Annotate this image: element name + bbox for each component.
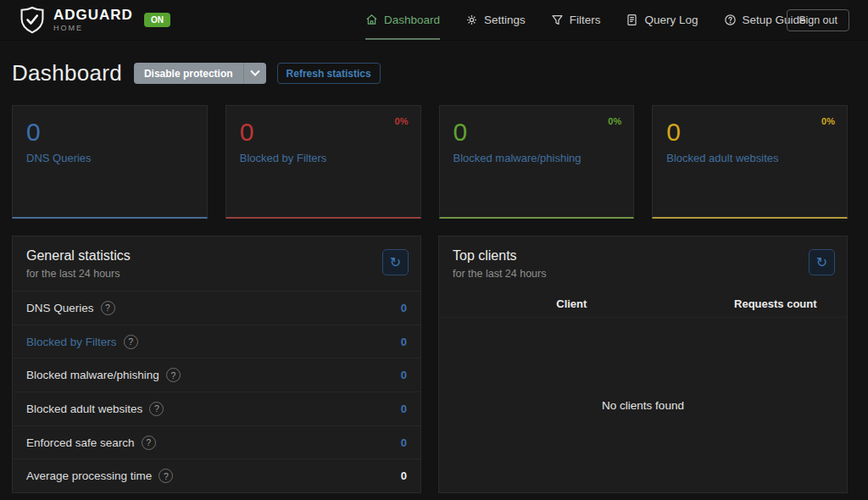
stats-row-blocked-malware: Blocked malware/phishing ? 0 <box>13 358 420 392</box>
empty-state-message: No clients found <box>602 399 684 412</box>
stat-label-link[interactable]: Blocked by Filters <box>240 152 407 164</box>
stat-value: 0 <box>240 118 407 146</box>
row-value: 0 <box>401 302 407 314</box>
stat-percent: 0% <box>608 116 621 126</box>
stat-value: 0 <box>453 118 620 146</box>
row-value: 0 <box>401 403 407 415</box>
row-label: DNS Queries <box>26 302 94 314</box>
top-clients-panel: Top clients for the last 24 hours ↻ Clie… <box>438 236 848 493</box>
panel-title: General statistics <box>26 248 407 264</box>
nav-item-label: Query Log <box>644 14 698 26</box>
row-value: 0 <box>401 436 407 449</box>
help-icon[interactable]: ? <box>166 368 181 382</box>
nav-item-label: Settings <box>484 14 526 26</box>
stat-card-blocked-adult: 0 Blocked adult websites 0% <box>652 105 848 219</box>
stat-value: 0 <box>666 118 833 146</box>
refresh-panel-button[interactable]: ↻ <box>809 249 835 275</box>
help-circle-icon <box>724 14 737 26</box>
help-icon[interactable]: ? <box>142 436 156 450</box>
statistics-list: DNS Queries ? 0 Blocked by Filters ? 0 B… <box>13 291 420 492</box>
stat-card-dns-queries: 0 DNS Queries <box>12 105 208 219</box>
row-label: Average processing time <box>26 469 152 482</box>
row-label: Enforced safe search <box>26 436 135 449</box>
page-header: Dashboard Disable protection Refresh sta… <box>12 60 848 86</box>
row-label: Blocked malware/phishing <box>26 369 159 381</box>
refresh-icon: ↻ <box>816 256 827 269</box>
nav-item-dashboard[interactable]: Dashboard <box>365 0 440 40</box>
filter-icon <box>551 14 564 26</box>
disable-protection-button[interactable]: Disable protection <box>134 63 266 84</box>
panel-subtitle: for the last 24 hours <box>453 268 833 280</box>
lower-panels-row: General statistics for the last 24 hours… <box>12 236 848 493</box>
nav-item-query-log[interactable]: Query Log <box>626 0 698 40</box>
stat-card-blocked-malware: 0 Blocked malware/phishing 0% <box>439 105 635 219</box>
column-header-requests-count: Requests count <box>704 297 847 310</box>
row-value: 0 <box>401 469 407 482</box>
panel-subtitle: for the last 24 hours <box>26 268 407 280</box>
help-icon[interactable]: ? <box>124 335 138 349</box>
stat-label-link[interactable]: Blocked malware/phishing <box>453 152 620 164</box>
nav-item-filters[interactable]: Filters <box>551 0 601 40</box>
stats-row-blocked-by-filters: Blocked by Filters ? 0 <box>13 325 420 358</box>
panel-header: Top clients for the last 24 hours ↻ <box>439 236 847 291</box>
stats-row-dns-queries: DNS Queries ? 0 <box>13 291 420 325</box>
clients-table-header: Client Requests count <box>439 291 847 318</box>
row-value: 0 <box>401 336 407 348</box>
help-icon[interactable]: ? <box>149 402 164 416</box>
main-content: Dashboard Disable protection Refresh sta… <box>0 60 868 493</box>
sign-out-button[interactable]: Sign out <box>787 9 849 31</box>
nav-item-label: Dashboard <box>384 14 440 26</box>
general-statistics-panel: General statistics for the last 24 hours… <box>12 236 421 493</box>
column-header-client: Client <box>439 297 704 310</box>
nav-item-label: Filters <box>570 14 601 26</box>
shield-logo-icon <box>19 6 46 35</box>
stats-row-processing-time: Average processing time ? 0 <box>13 458 420 492</box>
stat-label-link[interactable]: DNS Queries <box>26 152 193 164</box>
protection-status-badge: ON <box>144 13 170 27</box>
clients-table-body: No clients found <box>439 318 847 492</box>
page-title: Dashboard <box>12 60 122 86</box>
help-icon[interactable]: ? <box>101 301 115 315</box>
refresh-icon: ↻ <box>390 256 401 269</box>
disable-protection-label: Disable protection <box>134 63 243 84</box>
stats-row-blocked-adult: Blocked adult websites ? 0 <box>13 392 420 425</box>
panel-header: General statistics for the last 24 hours… <box>13 236 420 291</box>
stats-row-safe-search: Enforced safe search ? 0 <box>13 425 420 459</box>
gear-icon <box>465 14 478 26</box>
nav-item-settings[interactable]: Settings <box>465 0 526 40</box>
brand-text: ADGUARD HOME <box>53 8 133 32</box>
stat-value: 0 <box>26 118 193 146</box>
row-value: 0 <box>401 369 407 381</box>
document-icon <box>626 14 638 26</box>
protection-dropdown-toggle[interactable] <box>243 63 266 84</box>
adguard-logo[interactable]: ADGUARD HOME ON <box>19 0 170 40</box>
stat-card-blocked-by-filters: 0 Blocked by Filters 0% <box>225 105 421 219</box>
stat-cards-row: 0 DNS Queries 0 Blocked by Filters 0% 0 … <box>12 105 848 219</box>
brand-name: ADGUARD <box>53 8 133 22</box>
top-navbar: ADGUARD HOME ON Dashboard Settings Filte… <box>0 0 868 41</box>
panel-title: Top clients <box>453 248 833 264</box>
chevron-down-icon <box>250 66 259 75</box>
refresh-statistics-button[interactable]: Refresh statistics <box>277 63 381 84</box>
refresh-panel-button[interactable]: ↻ <box>382 249 409 275</box>
brand-subtitle: HOME <box>53 25 133 32</box>
nav-menu: Dashboard Settings Filters Query Log <box>365 0 806 40</box>
home-icon <box>365 14 378 26</box>
help-icon[interactable]: ? <box>159 469 173 483</box>
row-label-link[interactable]: Blocked by Filters <box>26 336 117 348</box>
row-label: Blocked adult websites <box>26 403 142 415</box>
stat-percent: 0% <box>821 116 835 126</box>
stat-percent: 0% <box>395 116 409 126</box>
stat-label-link[interactable]: Blocked adult websites <box>666 152 833 164</box>
